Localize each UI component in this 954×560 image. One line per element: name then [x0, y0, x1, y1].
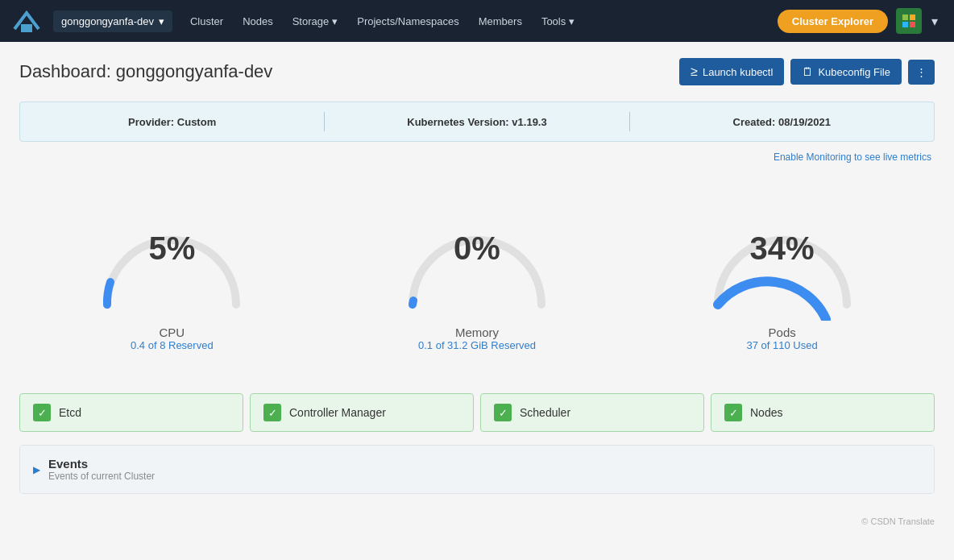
controller-manager-status-card: ✓ Controller Manager	[250, 393, 474, 432]
scheduler-label: Scheduler	[520, 406, 570, 419]
cpu-label: CPU	[159, 326, 185, 339]
nodes-label: Nodes	[750, 406, 782, 419]
controller-manager-check-icon: ✓	[263, 404, 281, 421]
brand-logo	[10, 6, 44, 35]
page-header: Dashboard: gonggongyanfa-dev ≥ Launch ku…	[19, 58, 935, 85]
nav-item-members[interactable]: Members	[471, 10, 530, 32]
pods-percent: 34%	[750, 232, 815, 264]
nav-item-tools[interactable]: Tools ▾	[533, 10, 583, 32]
kubectl-icon: ≥	[691, 64, 698, 79]
gauges-container: 5% CPU 0.4 of 8 Reserved 0% Memory 0.1 o	[19, 176, 935, 367]
memory-sublabel: 0.1 of 31.2 GiB Reserved	[418, 339, 536, 351]
events-chevron-icon: ▶	[33, 464, 40, 475]
cpu-center-text: 5%	[148, 232, 195, 264]
svg-rect-4	[902, 22, 908, 27]
svg-rect-3	[910, 15, 915, 20]
svg-rect-1	[21, 24, 32, 32]
nav-item-storage[interactable]: Storage ▾	[284, 10, 346, 32]
etcd-check-icon: ✓	[33, 404, 51, 421]
memory-percent: 0%	[454, 232, 500, 264]
cpu-gauge: 5% CPU 0.4 of 8 Reserved	[59, 192, 284, 351]
memory-gauge-visual: 0%	[396, 192, 558, 321]
cluster-selector-label: gonggongyanfa-dev	[61, 15, 154, 27]
monitoring-link[interactable]: Enable Monitoring to see live metrics	[19, 151, 935, 163]
memory-gauge: 0% Memory 0.1 of 31.2 GiB Reserved	[364, 192, 590, 351]
main-content: Dashboard: gonggongyanfa-dev ≥ Launch ku…	[0, 42, 954, 510]
k8s-version-info: Kubernetes Version: v1.19.3	[325, 116, 628, 128]
more-actions-button[interactable]: ⋮	[908, 60, 935, 85]
pods-label: Pods	[769, 326, 796, 339]
controller-manager-label: Controller Manager	[289, 406, 386, 419]
grid-icon[interactable]	[896, 8, 922, 34]
svg-rect-5	[910, 22, 915, 27]
etcd-status-card: ✓ Etcd	[19, 393, 243, 432]
pods-center-text: 34%	[750, 232, 815, 264]
svg-rect-2	[902, 15, 908, 20]
created-info: Created: 08/19/2021	[630, 116, 934, 128]
nav-item-cluster[interactable]: Cluster	[182, 10, 231, 32]
cpu-gauge-visual: 5%	[91, 192, 252, 321]
events-header[interactable]: ▶ Events Events of current Cluster	[20, 446, 934, 493]
cpu-sublabel: 0.4 of 8 Reserved	[131, 339, 214, 351]
pods-gauge: 34% Pods 37 of 110 Used	[670, 192, 895, 351]
provider-info: Provider: Custom	[20, 116, 324, 128]
header-actions: ≥ Launch kubectl 🗒 Kubeconfig File ⋮	[679, 58, 935, 85]
nav-item-nodes[interactable]: Nodes	[234, 10, 281, 32]
scheduler-check-icon: ✓	[494, 404, 512, 421]
events-section: ▶ Events Events of current Cluster	[19, 445, 935, 494]
nodes-check-icon: ✓	[724, 404, 742, 421]
cluster-selector-arrow: ▾	[159, 15, 164, 27]
cpu-percent: 5%	[148, 232, 195, 264]
status-cards: ✓ Etcd ✓ Controller Manager ✓ Scheduler …	[19, 393, 935, 432]
cluster-explorer-button[interactable]: Cluster Explorer	[778, 10, 888, 33]
events-title: Events	[48, 457, 155, 471]
cluster-selector[interactable]: gonggongyanfa-dev ▾	[53, 10, 172, 32]
nav-more-button[interactable]: ▾	[925, 9, 944, 34]
navbar: gonggongyanfa-dev ▾ Cluster Nodes Storag…	[0, 0, 954, 42]
memory-center-text: 0%	[454, 232, 500, 264]
kubeconfig-file-button[interactable]: 🗒 Kubeconfig File	[790, 59, 902, 85]
scheduler-status-card: ✓ Scheduler	[480, 393, 704, 432]
pods-gauge-visual: 34%	[702, 192, 863, 321]
launch-kubectl-button[interactable]: ≥ Launch kubectl	[679, 58, 784, 85]
info-bar: Provider: Custom Kubernetes Version: v1.…	[19, 102, 935, 142]
etcd-label: Etcd	[59, 406, 81, 419]
memory-label: Memory	[455, 326, 499, 339]
nodes-status-card: ✓ Nodes	[711, 393, 935, 432]
kubeconfig-icon: 🗒	[802, 65, 813, 78]
footer-watermark: © CSDN Translate	[0, 510, 954, 529]
page-title: Dashboard: gonggongyanfa-dev	[19, 61, 272, 82]
events-subtitle: Events of current Cluster	[48, 471, 155, 482]
pods-sublabel: 37 of 110 Used	[747, 339, 818, 351]
nav-item-projects[interactable]: Projects/Namespaces	[349, 10, 467, 32]
